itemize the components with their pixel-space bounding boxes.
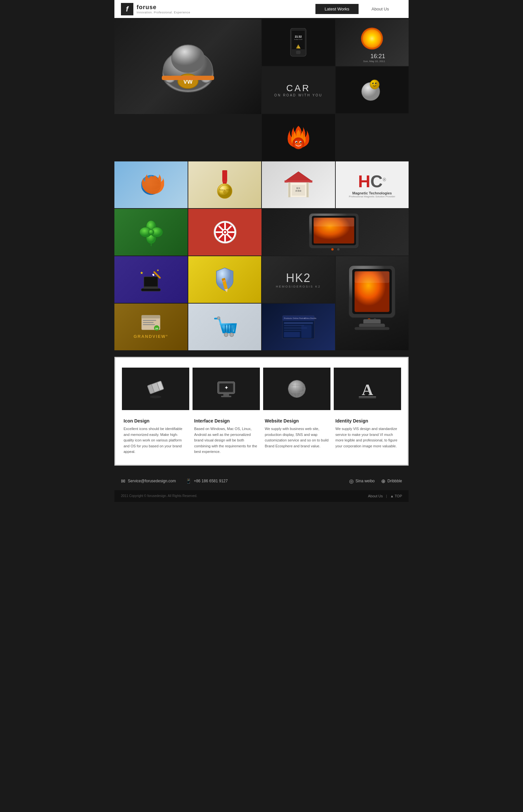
portfolio-item-cart[interactable]	[188, 303, 262, 350]
website-design-title: Website Design	[265, 418, 329, 423]
svg-rect-94	[143, 324, 155, 325]
identity-design-title: Identity Design	[336, 418, 399, 423]
svg-text:⊕: ⊕	[222, 188, 227, 194]
portfolio-item-hk2[interactable]: HK2 HEMOSIDEROSIS K2	[262, 256, 335, 303]
services-text-row: Icon Design Excellent icons should be id…	[122, 418, 401, 455]
svg-point-21	[370, 80, 379, 89]
portfolio-item-shield[interactable]	[188, 256, 262, 303]
sina-icon: ◎	[349, 478, 354, 484]
svg-text:A: A	[362, 381, 373, 398]
svg-text:★: ★	[157, 269, 159, 272]
website-design-box	[263, 368, 330, 410]
portfolio-item-fire-emoji[interactable]	[262, 114, 335, 161]
portfolio-item-tv-right[interactable]	[262, 209, 409, 256]
svg-text:駅弁: 駅弁	[296, 187, 301, 189]
svg-rect-84	[355, 271, 390, 283]
portfolio-item-sun[interactable]: 16:21 Sun, May 10, 2011	[336, 19, 409, 66]
svg-rect-76	[144, 287, 158, 289]
footer-divider: |	[386, 494, 387, 498]
nav-area: Latest Works About Us	[315, 4, 402, 14]
interface-design-box: ✦	[193, 368, 260, 410]
portfolio-item-phone[interactable]: 21:32 Sun,Apr 10,2021	[262, 19, 335, 66]
svg-rect-93	[143, 322, 154, 323]
svg-point-19	[363, 30, 381, 48]
portfolio-row1-right: 21:32 Sun,Apr 10,2021	[262, 19, 409, 161]
svg-rect-48	[306, 182, 309, 197]
footer-email[interactable]: ✉ Service@forusedesign.com	[121, 478, 176, 484]
portfolio-row3	[114, 209, 409, 256]
svg-rect-111	[284, 330, 301, 331]
portfolio-item-website[interactable]: Products Online Partner China Distributo…	[262, 303, 335, 350]
service-icon-design: Icon Design Excellent icons should be id…	[124, 418, 187, 455]
header: f foruse Innovation. Professional. Exper…	[114, 0, 409, 18]
portfolio-item-tophat[interactable]: ★ ★	[114, 256, 187, 303]
logo-area: f foruse Innovation. Professional. Exper…	[121, 3, 315, 15]
footer-phone[interactable]: 📱 +86 186 6581 9127	[186, 478, 228, 484]
portfolio-item-hc[interactable]: HC® Magnetic Technologies Professional M…	[336, 162, 409, 208]
phone-icon: 📱	[186, 478, 191, 484]
svg-rect-108	[284, 322, 313, 324]
svg-rect-109	[284, 325, 304, 326]
svg-point-25	[376, 83, 377, 84]
icon-design-desc: Excellent icons should be identifiable a…	[124, 426, 187, 455]
svg-rect-47	[288, 182, 291, 197]
footer-about-link[interactable]: About Us	[368, 494, 383, 498]
svg-rect-67	[313, 218, 354, 226]
nav-latest-works[interactable]: Latest Works	[315, 4, 359, 14]
svg-point-22	[372, 82, 374, 84]
svg-text:Products: Products	[284, 317, 292, 319]
logo-icon: f	[121, 3, 133, 15]
brand-name: foruse	[137, 4, 190, 11]
svg-point-69	[337, 248, 339, 250]
footer-sina[interactable]: ◎ Sina weibo	[349, 478, 375, 484]
services-icons-row: ✦	[122, 368, 401, 410]
portfolio-item-firefox[interactable]	[114, 162, 187, 208]
footer-dribbble[interactable]: ⊕ Dribbble	[381, 478, 402, 484]
portfolio-item-balls[interactable]	[336, 67, 409, 113]
portfolio-item-car[interactable]: VW	[114, 19, 261, 114]
svg-text:China Distributors: China Distributors	[304, 317, 317, 319]
svg-text:21:32: 21:32	[295, 35, 302, 38]
interface-design-desc: Based on Windows, Mac OS, Linux, Android…	[194, 426, 258, 455]
interface-design-title: Interface Design	[194, 418, 258, 423]
copyright-text: 2011 Copyright © forusedesign. All Right…	[121, 494, 197, 498]
email-icon: ✉	[121, 478, 125, 484]
footer-links: About Us | ▲ TOP	[368, 494, 402, 498]
svg-point-53	[148, 229, 154, 235]
svg-text:★: ★	[140, 271, 144, 275]
portfolio-item-medal[interactable]: Beijing 2008 ⊕	[188, 162, 262, 208]
footer-top-link[interactable]: ▲ TOP	[390, 494, 402, 498]
nav-about-us[interactable]: About Us	[359, 4, 402, 14]
svg-rect-89	[355, 327, 390, 330]
portfolio-item-grandview[interactable]: 20 GRANDVIEW°	[114, 303, 187, 350]
icon-design-box	[122, 368, 189, 410]
svg-rect-13	[296, 51, 301, 54]
svg-rect-35	[222, 170, 227, 181]
svg-point-63	[224, 231, 226, 233]
portfolio-item-car-text[interactable]: CAR ON ROAD WITH YOU	[262, 67, 335, 113]
identity-design-box: A	[334, 368, 401, 410]
svg-text:鉄道線: 鉄道線	[295, 190, 301, 192]
svg-rect-75	[141, 289, 161, 292]
svg-rect-122	[221, 396, 231, 397]
portfolio-row4: ★ ★ HK2	[114, 256, 409, 350]
footer-bottom: 2011 Copyright © forusedesign. All Right…	[114, 490, 409, 502]
svg-text:Sun,Apr 10,2021: Sun,Apr 10,2021	[294, 39, 303, 40]
dribbble-icon: ⊕	[381, 478, 385, 484]
svg-point-102	[217, 317, 220, 319]
svg-rect-42	[284, 180, 312, 183]
portfolio-item-booth[interactable]: 駅弁 鉄道線	[262, 162, 335, 208]
portfolio-item-tv-large[interactable]	[336, 256, 409, 350]
svg-point-30	[300, 142, 301, 143]
footer-contact: ✉ Service@forusedesign.com 📱 +86 186 658…	[114, 472, 409, 490]
portfolio-item-clover[interactable]	[114, 209, 187, 256]
svg-text:20: 20	[155, 327, 159, 330]
portfolio-item-wheel[interactable]	[188, 209, 262, 256]
portfolio-row2: Beijing 2008 ⊕ 駅弁 鉄道線 HC® Magnetic Techn…	[114, 162, 409, 208]
brand-tagline: Innovation. Professional. Experience	[137, 11, 190, 14]
icon-design-title: Icon Design	[124, 418, 187, 423]
footer-social: ◎ Sina weibo ⊕ Dribbble	[349, 478, 402, 484]
svg-point-26	[292, 137, 304, 149]
svg-point-68	[331, 248, 333, 250]
svg-text:Online Partner: Online Partner	[292, 317, 306, 319]
